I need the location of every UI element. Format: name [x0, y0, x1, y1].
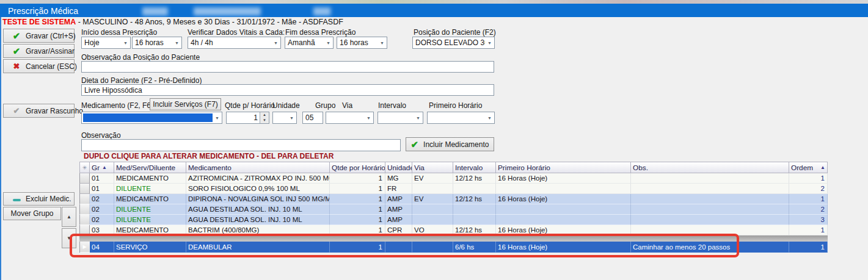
- diet-input[interactable]: Livre Hipossódica: [81, 84, 494, 96]
- cell-via[interactable]: [412, 215, 453, 225]
- cell-via[interactable]: [412, 184, 453, 194]
- cell-gr[interactable]: 01: [90, 184, 114, 194]
- move-group-button[interactable]: Mover Grupo: [3, 207, 61, 220]
- column-header-via[interactable]: Via: [412, 162, 453, 173]
- interval-select[interactable]: ▼: [377, 112, 423, 124]
- cell-unidade[interactable]: [385, 242, 412, 253]
- cell-ordem[interactable]: 1: [789, 242, 828, 253]
- end-day-select[interactable]: Amanhã ▼: [285, 37, 334, 49]
- stepper-up-icon[interactable]: ▲: [260, 112, 269, 118]
- move-group-down-button[interactable]: ▼: [62, 228, 76, 248]
- cell-primeiro[interactable]: 16 Horas (Hoje): [496, 173, 631, 184]
- vitals-interval-select[interactable]: 4h / 4h ▼: [188, 37, 281, 49]
- cell-medicamento[interactable]: AGUA DESTILADA SOL. INJ. 10 ML: [186, 204, 330, 215]
- cell-unidade[interactable]: FR: [385, 184, 412, 194]
- cell-gr[interactable]: 02: [90, 194, 114, 204]
- cell-ordem[interactable]: 3: [789, 215, 828, 225]
- cell-intervalo[interactable]: 6/6 hs: [453, 242, 496, 253]
- cell-primeiro[interactable]: 16 Horas (Hoje): [496, 194, 631, 204]
- cell-gr[interactable]: 03: [90, 225, 114, 235]
- cell-unidade[interactable]: MG: [385, 173, 412, 184]
- stepper-down-icon[interactable]: ▼: [260, 118, 269, 123]
- qty-per-time-stepper[interactable]: 1 ▲ ▼: [226, 112, 269, 124]
- unit-select[interactable]: ▼: [272, 112, 297, 124]
- cell-gr[interactable]: 02: [90, 204, 114, 215]
- cell-intervalo[interactable]: [453, 184, 496, 194]
- cell-medicamento[interactable]: SORO FISIOLOGICO 0,9% 100 ML: [186, 184, 330, 194]
- cell-primeiro[interactable]: [496, 215, 631, 225]
- table-row[interactable]: 02MEDICAMENTODIPIRONA - NOVALGINA SOL IN…: [79, 194, 828, 204]
- cell-tipo[interactable]: MEDICAMENTO: [114, 194, 186, 204]
- route-select[interactable]: ▼: [326, 112, 374, 124]
- cell-qtde[interactable]: 1: [330, 173, 385, 184]
- cell-ordem[interactable]: 1: [789, 225, 828, 235]
- row-selector[interactable]: [79, 173, 90, 184]
- cell-medicamento[interactable]: AZITROMICINA - ZITROMAX PO INJ. 500 MG: [186, 173, 330, 184]
- column-header-selector[interactable]: ✳: [79, 162, 90, 173]
- column-header-med-serv-diluente[interactable]: Med/Serv/Diluente: [114, 162, 186, 173]
- start-time-select[interactable]: 16 horas ▼: [132, 37, 182, 49]
- cell-ordem[interactable]: 2: [789, 184, 828, 194]
- cell-obs[interactable]: [631, 184, 789, 194]
- cell-obs[interactable]: [631, 173, 789, 184]
- start-day-select[interactable]: Hoje ▼: [81, 37, 131, 49]
- first-time-select[interactable]: ▼: [427, 112, 495, 124]
- row-selector[interactable]: [79, 215, 90, 225]
- cell-unidade[interactable]: AMP: [385, 215, 412, 225]
- cell-primeiro[interactable]: [496, 184, 631, 194]
- save-button[interactable]: ✔ Gravar (Ctrl+S): [3, 29, 75, 43]
- cell-tipo[interactable]: DILUENTE: [114, 184, 186, 194]
- observation-input[interactable]: [81, 139, 401, 151]
- cell-tipo[interactable]: DILUENTE: [114, 204, 186, 215]
- move-group-up-button[interactable]: ▲: [62, 207, 76, 227]
- cell-primeiro[interactable]: 16 Horas (Hoje): [496, 225, 631, 235]
- cell-medicamento[interactable]: DEAMBULAR: [186, 242, 330, 253]
- cell-tipo[interactable]: MEDICAMENTO: [114, 173, 186, 184]
- cell-tipo[interactable]: SERVIÇO: [114, 242, 186, 253]
- column-header-medicamento[interactable]: Medicamento: [186, 162, 330, 173]
- cell-via[interactable]: EV: [412, 194, 453, 204]
- cell-gr[interactable]: 04: [90, 242, 114, 253]
- cell-intervalo[interactable]: [453, 215, 496, 225]
- cell-intervalo[interactable]: 12/12 hs: [453, 225, 496, 235]
- cell-ordem[interactable]: 1: [789, 173, 828, 184]
- column-header-ordem[interactable]: Ordem▲: [789, 162, 828, 173]
- row-selector[interactable]: [79, 184, 90, 194]
- table-row[interactable]: 01MEDICAMENTOAZITROMICINA - ZITROMAX PO …: [79, 173, 828, 184]
- cell-obs[interactable]: [631, 204, 789, 215]
- patient-position-select[interactable]: DORSO ELEVADO 30 G ▼: [412, 37, 495, 49]
- save-draft-button[interactable]: ✔ Gravar Rascunho: [3, 104, 75, 118]
- cell-medicamento[interactable]: AGUA DESTILADA SOL. INJ. 10 ML: [186, 215, 330, 225]
- cell-primeiro[interactable]: [496, 204, 631, 215]
- table-row[interactable]: 01DILUENTESORO FISIOLOGICO 0,9% 100 ML1F…: [79, 184, 828, 194]
- cell-via[interactable]: VO: [412, 225, 453, 235]
- cell-obs[interactable]: [631, 194, 789, 204]
- cell-obs[interactable]: Caminhar ao menos 20 passos: [631, 242, 789, 253]
- column-header-unidade[interactable]: Unidade: [385, 162, 412, 173]
- cell-via[interactable]: [412, 242, 453, 253]
- include-services-button[interactable]: Incluir Serviços (F7): [150, 98, 221, 110]
- table-row[interactable]: ▶04SERVIÇODEAMBULAR16/6 hs16 Horas (Hoje…: [79, 242, 828, 253]
- end-time-select[interactable]: 16 horas ▼: [337, 37, 387, 49]
- row-selector[interactable]: [79, 204, 90, 215]
- table-row[interactable]: 03MEDICAMENTOBACTRIM (400/80MG)1CPRVO12/…: [79, 225, 828, 235]
- cell-via[interactable]: EV: [412, 173, 453, 184]
- medication-select[interactable]: ▼: [81, 112, 222, 124]
- column-header-obs[interactable]: Obs.: [631, 162, 789, 173]
- column-header-qtde-por-horario[interactable]: Qtde por Horário: [330, 162, 385, 173]
- delete-medication-button[interactable]: Excluir Medic.: [3, 192, 75, 206]
- table-row[interactable]: 02DILUENTEAGUA DESTILADA SOL. INJ. 10 ML…: [79, 204, 828, 215]
- cell-qtde[interactable]: 1: [330, 215, 385, 225]
- cell-unidade[interactable]: AMP: [385, 204, 412, 215]
- cell-medicamento[interactable]: DIPIRONA - NOVALGINA SOL INJ 500 MG/ML 2: [186, 194, 330, 204]
- cell-qtde[interactable]: 1: [330, 242, 385, 253]
- row-selector[interactable]: ▶: [79, 242, 90, 253]
- column-header-intervalo[interactable]: Intervalo: [453, 162, 496, 173]
- cell-qtde[interactable]: 1: [330, 184, 385, 194]
- row-selector[interactable]: [79, 194, 90, 204]
- cell-ordem[interactable]: 1: [789, 194, 828, 204]
- column-header-gr[interactable]: Gr▲: [90, 162, 114, 173]
- column-header-primeiro-horario[interactable]: Primeiro Horário: [496, 162, 631, 173]
- group-input[interactable]: 05: [302, 112, 323, 124]
- cell-primeiro[interactable]: 16 Horas (Hoje): [496, 242, 631, 253]
